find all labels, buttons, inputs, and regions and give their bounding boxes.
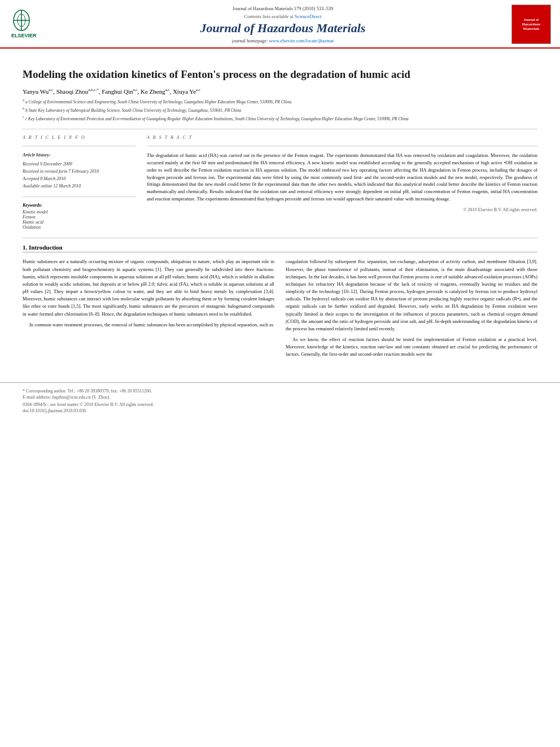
affiliation-c: c c Key Laboratory of Environmental Prot… xyxy=(23,115,537,122)
history-label: Article history: xyxy=(23,152,135,159)
svg-text:ELSEVIER: ELSEVIER xyxy=(11,33,37,38)
divider-abstract xyxy=(147,146,537,146)
authors: Yanyu Wua,c, Shaoqi Zhoua,b,c,*, Fanghui… xyxy=(23,88,537,95)
intro-title: 1. Introduction xyxy=(23,244,537,252)
revised-date: Received in revised form 7 February 2010 xyxy=(23,168,135,176)
keyword-2: Fenton xyxy=(23,215,135,220)
article-info-content: Article history: Received 9 December 200… xyxy=(23,152,135,190)
received-date: Received 9 December 2009 xyxy=(23,161,135,168)
issn-line: 0304-3894/$ – see front matter © 2010 El… xyxy=(23,402,537,407)
main-content: Modeling the oxidation kinetics of Fento… xyxy=(0,49,560,371)
doi-line: doi:10.1016/j.jhazmat.2010.03.036 xyxy=(23,408,537,413)
corresponding-note: * Corresponding author. Tel.: +86 20 393… xyxy=(23,388,537,394)
jhazmat-logo: Journal of Hazardous Materials xyxy=(511,5,551,44)
sciencedirect-link[interactable]: ScienceDirect xyxy=(295,14,322,19)
keyword-1: Kinetic model xyxy=(23,209,135,215)
article-footer: * Corresponding author. Tel.: +86 20 393… xyxy=(0,382,560,420)
affiliation-a: a a College of Environmental Science and… xyxy=(23,98,537,105)
abstract-heading: A B S T R A C T xyxy=(147,135,537,140)
keyword-4: Oxidation xyxy=(23,225,135,230)
affiliations: a a College of Environmental Science and… xyxy=(23,98,537,122)
copyright: © 2010 Elsevier B.V. All rights reserved… xyxy=(147,207,537,212)
abstract-text: The degradation of humic acid (HA) was c… xyxy=(147,152,537,202)
abstract-col: A B S T R A C T The degradation of humic… xyxy=(147,135,537,230)
intro-body-columns: Humic substances are a naturally occurri… xyxy=(23,258,537,361)
article-info-col: A R T I C L E I N F O Article history: R… xyxy=(23,135,135,230)
intro-para-1: Humic substances are a naturally occurri… xyxy=(23,258,274,317)
divider-1 xyxy=(23,129,537,129)
keywords-section: Keywords: Kinetic model Fenton Humic aci… xyxy=(23,203,135,230)
intro-section: 1. Introduction Humic substances are a n… xyxy=(23,238,537,361)
keyword-3: Humic acid xyxy=(23,220,135,225)
journal-meta: Journal of Hazardous Materials 179 (2010… xyxy=(60,6,506,11)
intro-right-para-2: As we know, the effect of reaction facto… xyxy=(286,336,537,359)
keywords-label: Keywords: xyxy=(23,203,135,208)
page: ELSEVIER Journal of Hazardous Materials … xyxy=(0,0,560,747)
intro-left-col: Humic substances are a naturally occurri… xyxy=(23,258,274,361)
intro-right-col: coagulation followed by subsequent floc … xyxy=(286,258,537,361)
accepted-date: Accepted 8 March 2010 xyxy=(23,176,135,183)
article-info-heading: A R T I C L E I N F O xyxy=(23,135,135,140)
journal-homepage: journal homepage: www.elsevier.com/locat… xyxy=(60,38,506,43)
intro-right-para-1: coagulation followed by subsequent floc … xyxy=(286,258,537,333)
journal-header: ELSEVIER Journal of Hazardous Materials … xyxy=(0,0,560,49)
elsevier-logo: ELSEVIER xyxy=(9,9,54,40)
divider-intro xyxy=(23,238,537,238)
article-title: Modeling the oxidation kinetics of Fento… xyxy=(23,68,537,82)
divider-keywords xyxy=(23,196,135,197)
intro-para-2: In common water treatment processes, the… xyxy=(23,321,274,329)
available-date: Available online 12 March 2010 xyxy=(23,183,135,190)
divider-info xyxy=(23,146,135,146)
journal-name: Journal of Hazardous Materials xyxy=(60,21,506,36)
homepage-link[interactable]: www.elsevier.com/locate/jhazmat xyxy=(269,38,334,43)
journal-center: Journal of Hazardous Materials 179 (2010… xyxy=(54,6,511,43)
contents-note: Contents lists available at ScienceDirec… xyxy=(60,14,506,19)
affiliation-b: b b State Key Laboratory of Subtropical … xyxy=(23,106,537,113)
info-abstract-columns: A R T I C L E I N F O Article history: R… xyxy=(23,135,537,230)
email-note: E-mail address: fsqzhou@scut.edu.cn (S. … xyxy=(23,395,537,400)
